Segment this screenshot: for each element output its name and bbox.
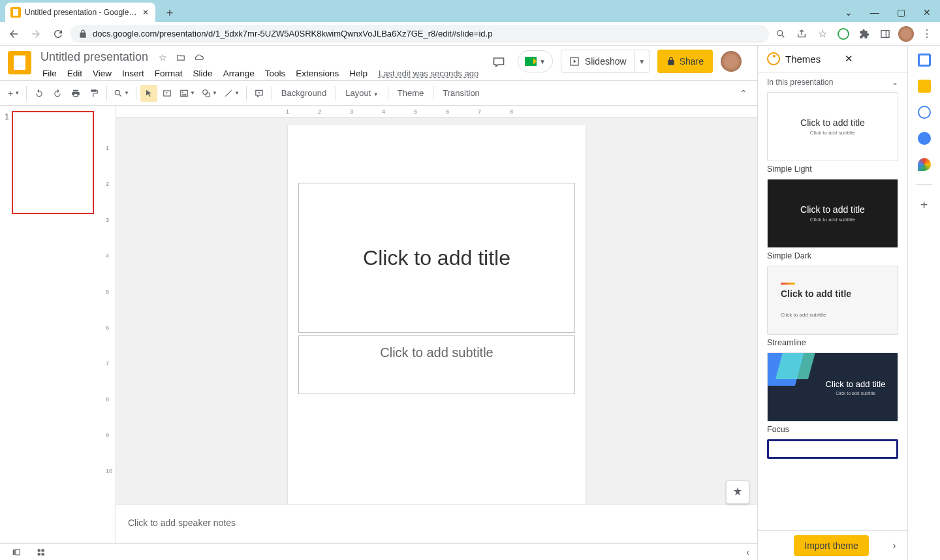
transition-button[interactable]: Transition [437, 86, 485, 100]
account-avatar[interactable] [721, 51, 742, 72]
grid-view-icon[interactable] [33, 545, 50, 559]
rail-separator [916, 184, 932, 185]
svg-line-13 [225, 90, 231, 96]
shape-tool[interactable]: ▼ [199, 85, 220, 102]
title-placeholder[interactable]: Click to add title [298, 183, 575, 333]
minimize-window-button[interactable]: — [862, 3, 888, 22]
theme-focus[interactable]: Click to add titleClick to add subtitle … [767, 352, 898, 434]
back-button[interactable] [4, 24, 24, 44]
close-panel-icon[interactable]: ✕ [845, 53, 899, 65]
layout-button[interactable]: Layout ▼ [340, 86, 384, 100]
zoom-button[interactable]: ▼ [111, 85, 132, 102]
comments-icon[interactable] [488, 50, 510, 72]
profile-button[interactable] [897, 25, 915, 43]
svg-line-6 [119, 94, 121, 96]
print-button[interactable] [67, 85, 84, 102]
tasks-icon[interactable] [918, 106, 931, 119]
themes-section-toggle[interactable]: In this presentation ⌄ [758, 72, 907, 92]
menu-extensions[interactable]: Extensions [291, 67, 343, 80]
collapse-toolbar-icon[interactable]: ⌃ [735, 85, 752, 102]
sidepanel-icon[interactable] [876, 25, 894, 43]
url-field[interactable]: docs.google.com/presentation/d/1_5dxk7mr… [70, 25, 769, 43]
menu-file[interactable]: File [38, 67, 61, 80]
themes-next-icon[interactable]: › [884, 535, 905, 556]
slideshow-dropdown[interactable]: ▼ [635, 50, 650, 73]
new-slide-button[interactable]: +▼ [5, 85, 22, 102]
themes-panel: Themes ✕ In this presentation ⌄ Click to… [757, 46, 907, 560]
menu-tools[interactable]: Tools [260, 67, 290, 80]
maximize-window-button[interactable]: ▢ [888, 3, 914, 22]
play-icon [569, 56, 580, 67]
extension-icon-1[interactable] [834, 25, 853, 43]
background-button[interactable]: Background [276, 86, 332, 100]
share-button[interactable]: Share [657, 50, 713, 73]
chrome-menu-icon[interactable]: ⋮ [918, 25, 936, 43]
menu-format[interactable]: Format [150, 67, 187, 80]
calendar-icon[interactable] [918, 54, 931, 67]
menu-bar: File Edit View Insert Format Slide Arran… [38, 67, 478, 80]
image-tool[interactable]: ▼ [177, 85, 198, 102]
comment-tool[interactable] [251, 85, 268, 102]
contacts-icon[interactable] [918, 132, 931, 145]
filmstrip-view-icon[interactable] [8, 545, 25, 559]
slides-favicon [10, 7, 21, 18]
last-edit-label[interactable]: Last edit was seconds ago [379, 69, 478, 78]
menu-arrange[interactable]: Arrange [219, 67, 259, 80]
menu-help[interactable]: Help [345, 67, 372, 80]
explore-button[interactable] [726, 480, 749, 504]
paint-format-button[interactable] [86, 85, 102, 102]
zoom-icon[interactable] [772, 25, 790, 43]
share-page-icon[interactable] [792, 25, 811, 43]
undo-button[interactable] [31, 85, 48, 102]
svg-point-0 [777, 30, 783, 35]
browser-tabstrip: Untitled presentation - Google Slides ✕ … [0, 0, 940, 22]
share-label: Share [680, 56, 704, 67]
star-doc-icon[interactable]: ☆ [156, 51, 169, 64]
select-tool[interactable] [140, 85, 157, 102]
slides-logo[interactable] [8, 51, 31, 74]
menu-view[interactable]: View [88, 67, 116, 80]
svg-text:T: T [166, 91, 168, 95]
line-tool[interactable]: ▼ [221, 85, 242, 102]
move-doc-icon[interactable] [174, 51, 187, 64]
reload-button[interactable] [48, 24, 68, 44]
maps-icon[interactable] [918, 158, 931, 171]
lock-icon [78, 29, 87, 39]
doc-title[interactable]: Untitled presentation [38, 50, 151, 65]
chevron-down-icon[interactable]: ⌄ [836, 3, 862, 22]
canvas[interactable]: Click to add title Click to add subtitle [116, 117, 757, 504]
cloud-status-icon[interactable] [193, 51, 206, 64]
extensions-puzzle-icon[interactable] [855, 25, 873, 43]
slide-thumbnail-1[interactable] [12, 111, 94, 214]
subtitle-placeholder[interactable]: Click to add subtitle [298, 335, 575, 394]
textbox-tool[interactable]: T [159, 85, 176, 102]
new-tab-button[interactable]: + [161, 4, 179, 22]
redo-button[interactable] [49, 85, 66, 102]
forward-button[interactable] [26, 24, 46, 44]
svg-point-5 [115, 90, 119, 95]
svg-line-1 [782, 35, 784, 37]
menu-edit[interactable]: Edit [63, 67, 87, 80]
svg-rect-16 [13, 549, 15, 554]
speaker-notes[interactable]: Click to add speaker notes [116, 504, 757, 543]
menu-insert[interactable]: Insert [118, 67, 149, 80]
theme-simple-dark[interactable]: Click to add titleClick to add subtitle … [767, 179, 898, 260]
import-theme-button[interactable]: Import theme [794, 535, 868, 556]
palette-icon [767, 52, 780, 65]
theme-simple-light[interactable]: Click to add titleClick to add subtitle … [767, 92, 898, 174]
theme-button[interactable]: Theme [392, 86, 429, 100]
slideshow-button[interactable]: Slideshow [561, 50, 635, 73]
theme-streamline[interactable]: Click to add titleClick to add subtitle … [767, 266, 898, 347]
add-addon-icon[interactable]: + [920, 198, 928, 213]
menu-slide[interactable]: Slide [189, 67, 217, 80]
svg-rect-18 [38, 549, 40, 552]
meet-button[interactable]: ▼ [518, 50, 553, 72]
browser-tab[interactable]: Untitled presentation - Google Slides ✕ [5, 3, 155, 22]
close-tab-icon[interactable]: ✕ [141, 8, 150, 17]
collapse-filmstrip-icon[interactable]: ‹ [746, 547, 749, 557]
bookmark-star-icon[interactable]: ☆ [813, 25, 832, 43]
slide[interactable]: Click to add title Click to add subtitle [288, 125, 586, 504]
close-window-button[interactable]: ✕ [914, 3, 940, 22]
keep-icon[interactable] [918, 80, 931, 93]
theme-next[interactable] [767, 439, 898, 459]
